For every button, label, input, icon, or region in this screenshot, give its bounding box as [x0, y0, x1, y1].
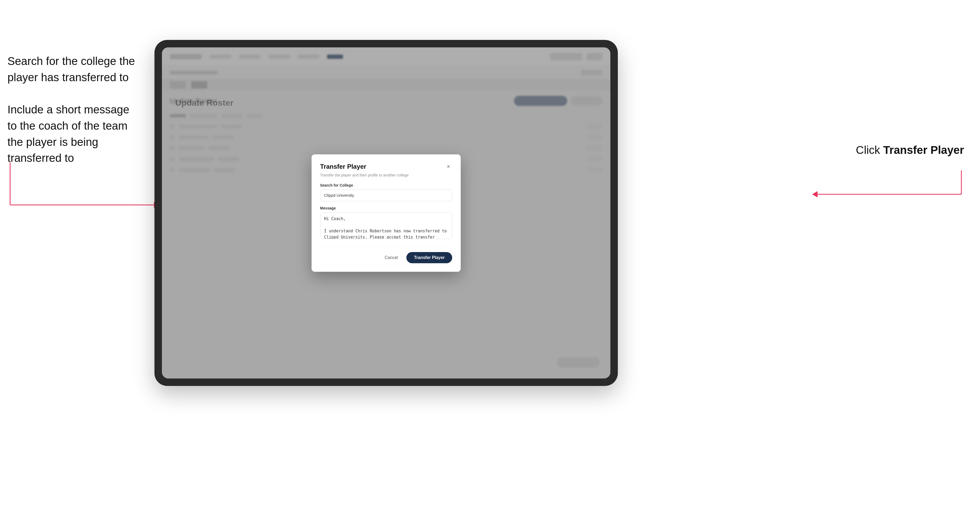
annotation-line-3: Include a short message [8, 102, 146, 118]
left-arrow [8, 162, 167, 221]
modal-close-button[interactable]: × [445, 163, 452, 170]
annotation-right-prefix: Click [856, 144, 883, 156]
tablet-screen: Update Roster [162, 48, 610, 378]
right-arrow [772, 170, 964, 202]
modal-subtitle: Transfer the player and their profile to… [320, 173, 452, 177]
transfer-player-modal: Transfer Player × Transfer the player an… [312, 154, 461, 272]
modal-footer: Cancel Transfer Player [320, 246, 452, 263]
annotation-line-6: transferred to [8, 150, 146, 167]
left-annotation: Search for the college the player has tr… [8, 53, 146, 167]
search-college-input[interactable] [320, 189, 452, 201]
annotation-line-1: Search for the college the [8, 53, 146, 70]
modal-overlay: Transfer Player × Transfer the player an… [162, 48, 610, 378]
search-college-label: Search for College [320, 183, 452, 187]
message-textarea[interactable]: Hi Coach, I understand Chris Robertson h… [320, 213, 452, 239]
tablet-frame: Update Roster [154, 40, 618, 386]
transfer-player-button[interactable]: Transfer Player [406, 252, 452, 263]
right-annotation: Click Transfer Player [856, 144, 964, 157]
annotation-right-bold: Transfer Player [883, 144, 964, 156]
message-label: Message [320, 206, 452, 210]
modal-title: Transfer Player [320, 163, 366, 170]
cancel-button[interactable]: Cancel [380, 252, 403, 263]
annotation-line-5: the player is being [8, 134, 146, 151]
annotation-line-2: player has transferred to [8, 70, 146, 86]
annotation-line-4: to the coach of the team [8, 118, 146, 134]
modal-header: Transfer Player × [320, 163, 452, 170]
svg-marker-5 [812, 191, 818, 197]
